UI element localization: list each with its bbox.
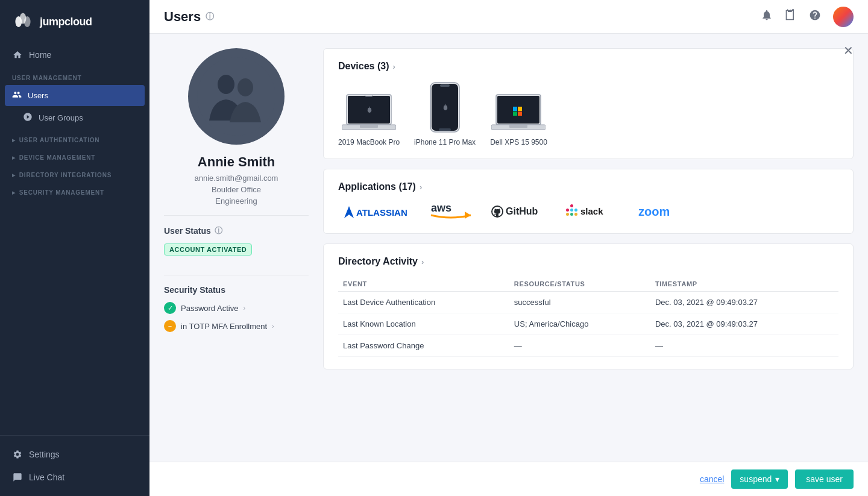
aws-logo[interactable]: aws [430,202,472,221]
svg-text:aws: aws [431,202,451,214]
svg-rect-16 [513,107,517,111]
user-status-label: User Status ⓘ [164,225,222,236]
topbar: Users ⓘ [149,0,868,34]
user-email: annie.smith@gmail.com [195,174,278,183]
arrow-icon: ▸ [12,172,16,178]
sidebar-item-users[interactable]: Users [5,85,145,106]
svg-rect-9 [360,125,378,128]
user-panel: Annie Smith annie.smith@gmail.com Boulde… [164,48,854,410]
svg-point-3 [197,57,275,136]
user-avatar [188,48,285,145]
svg-text:zoom: zoom [638,205,670,218]
user-avatar-topbar[interactable] [833,7,854,27]
svg-point-2 [24,16,31,27]
devices-card: Devices (3) › [323,48,854,159]
mfa-chevron-icon: › [272,322,274,330]
iphone-icon [429,81,461,133]
github-logo[interactable]: GitHub [491,202,546,221]
atlassian-logo[interactable]: ATLASSIAN [338,202,410,221]
directory-activity-header[interactable]: Directory Activity › [338,256,838,267]
svg-rect-19 [518,111,522,116]
user-office: Boulder Office [212,185,261,194]
cell-timestamp: Dec. 03, 2021 @ 09:49:03.27 [650,313,838,335]
svg-text:GitHub: GitHub [506,206,538,216]
activity-table: EVENT RESOURCE/STATUS TIMESTAMP Last Dev… [338,277,838,357]
mfa-enrollment-item[interactable]: − in TOTP MFA Enrollment › [164,320,274,332]
sidebar-item-live-chat[interactable]: Live Chat [0,466,149,489]
sidebar-item-settings[interactable]: Settings [0,443,149,466]
cancel-button[interactable]: cancel [700,474,724,484]
security-status-text: Security Status [164,285,225,295]
password-label: Password Active [181,304,238,313]
devices-header[interactable]: Devices (3) › [338,61,838,72]
sidebar-footer: Settings Live Chat [0,435,149,496]
cell-status: successful [509,292,650,313]
notifications-icon[interactable] [761,9,773,24]
suspend-dropdown-icon: ▾ [775,474,779,484]
cell-status: US; America/Chicago [509,313,650,335]
device-iphone[interactable]: iPhone 11 Pro Max [414,81,476,146]
svg-rect-12 [440,84,450,87]
cell-status: — [509,335,650,357]
section-security-management[interactable]: ▸ SECURITY MANAGEMENT [0,181,149,198]
directory-activity-card: Directory Activity › EVENT RESOURCE/STAT… [323,243,854,369]
dell-icon [491,92,546,133]
user-status-info-icon[interactable]: ⓘ [215,225,222,236]
sidebar: jumpcloud Home USER MANAGEMENT Users Use… [0,0,149,496]
slack-logo[interactable]: slack [565,202,619,221]
sidebar-item-user-groups[interactable]: User Groups [0,107,149,128]
footer-actions: cancel suspend ▾ save user [149,462,868,496]
page-title: Users ⓘ [164,9,214,25]
dell-label: Dell XPS 15 9500 [490,138,547,146]
macbook-label: 2019 MacBook Pro [338,138,400,146]
applications-chevron-icon: › [420,183,422,192]
password-chevron-icon: › [243,304,245,312]
divider-2 [164,275,309,275]
arrow-icon: ▸ [12,154,16,161]
section-device-management[interactable]: ▸ DEVICE MANAGEMENT [0,146,149,163]
svg-rect-31 [574,209,577,212]
section-user-management: USER MANAGEMENT [0,66,149,84]
suspend-label: suspend [740,474,772,484]
iphone-label: iPhone 11 Pro Max [414,138,476,146]
directory-activity-chevron-icon: › [421,257,424,266]
close-button[interactable]: ✕ [843,43,854,58]
home-icon [12,49,23,60]
page-title-text: Users [164,9,201,25]
main-content: Users ⓘ ✕ [149,0,868,496]
warn-icon: − [164,320,176,332]
zoom-logo[interactable]: zoom [638,202,687,221]
svg-rect-17 [518,107,522,111]
applications-header[interactable]: Applications (17) › [338,181,838,192]
content-area: ✕ Annie Smith annie. [149,34,868,462]
book-icon[interactable] [785,9,797,24]
user-profile-column: Annie Smith annie.smith@gmail.com Boulde… [164,48,309,410]
svg-point-5 [237,78,253,96]
applications-header-text: Applications (17) [338,181,416,192]
live-chat-label: Live Chat [29,472,64,482]
logo[interactable]: jumpcloud [0,0,149,43]
sidebar-navigation: Home USER MANAGEMENT Users User Groups ▸… [0,43,149,435]
applications-card: Applications (17) › ATLASSIAN [323,169,854,234]
devices-row: 2019 MacBook Pro [338,81,838,146]
device-dell[interactable]: Dell XPS 15 9500 [490,92,547,146]
info-icon[interactable]: ⓘ [206,11,214,22]
users-icon [12,90,22,101]
section-directory-integrations[interactable]: ▸ DIRECTORY INTEGRATIONS [0,163,149,181]
suspend-button[interactable]: suspend ▾ [731,469,788,489]
col-status: RESOURCE/STATUS [509,277,650,292]
svg-point-4 [218,75,234,94]
sidebar-item-home[interactable]: Home [0,43,149,66]
password-active-item[interactable]: ✓ Password Active › [164,302,245,314]
section-user-authentication[interactable]: ▸ USER AUTHENTICATION [0,128,149,146]
svg-text:slack: slack [580,206,603,216]
device-macbook[interactable]: 2019 MacBook Pro [338,92,400,146]
svg-rect-32 [570,213,573,216]
macbook-icon [342,92,396,133]
sidebar-user-groups-label: User Groups [39,113,83,122]
cell-event: Last Known Location [338,313,509,335]
help-icon[interactable] [809,9,821,24]
sidebar-users-label: Users [28,91,48,100]
svg-rect-21 [509,125,527,128]
save-user-button[interactable]: save user [795,469,854,489]
